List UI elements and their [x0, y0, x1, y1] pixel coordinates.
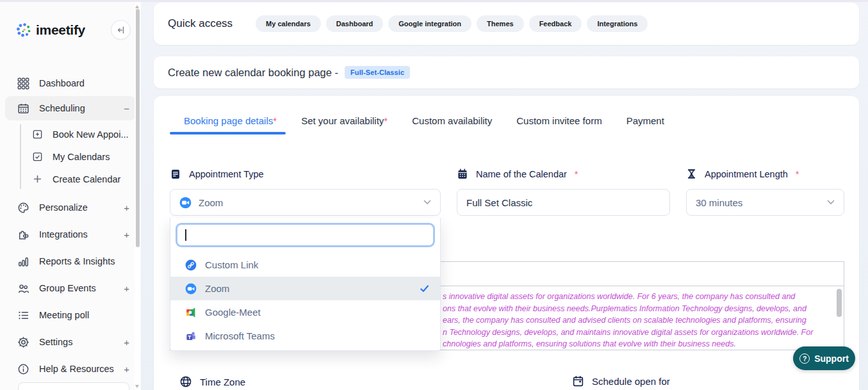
- dropdown-search-input[interactable]: [184, 230, 421, 240]
- sidebar-item-label: My Calendars: [53, 152, 110, 162]
- dropdown-option-microsoft-teams[interactable]: Microsoft Teams: [170, 324, 440, 348]
- sidebar-item-create-calendar[interactable]: Create Calendar: [20, 168, 141, 190]
- quick-chip-feedback[interactable]: Feedback: [529, 15, 582, 32]
- scroll-up-icon[interactable]: [135, 5, 139, 8]
- description-text: s innovative digital assets for organiza…: [443, 291, 813, 350]
- sidebar-bottom-panel: [18, 382, 129, 390]
- dropdown-search-box: [176, 223, 435, 247]
- sidebar-item-label: Create Calendar: [53, 174, 120, 184]
- appointment-type-value: Zoom: [199, 197, 223, 208]
- quick-chip-my-calendars[interactable]: My calendars: [256, 15, 321, 32]
- tab-set-your-availability[interactable]: Set your availability*: [301, 111, 388, 131]
- calendar-icon: [17, 102, 29, 115]
- expand-plus-icon[interactable]: +: [124, 229, 129, 240]
- sidebar-scrollbar[interactable]: [135, 3, 140, 390]
- dropdown-option-zoom[interactable]: Zoom: [170, 277, 440, 300]
- sidebar-collapse-button[interactable]: [111, 20, 131, 40]
- expand-plus-icon[interactable]: +: [124, 283, 129, 294]
- zoom-icon: [185, 283, 197, 295]
- grid-icon: [17, 77, 29, 90]
- logo[interactable]: imeetify: [15, 22, 85, 38]
- document-icon: [170, 168, 181, 180]
- sidebar-item-settings[interactable]: Settings +: [0, 329, 141, 355]
- custom-link-icon: [185, 259, 197, 271]
- page-title: Create new calendar booking page -: [168, 67, 338, 79]
- tab-custom-invitee-form[interactable]: Custom invitee form: [516, 111, 602, 131]
- zoom-icon: [179, 197, 192, 209]
- required-asterisk: *: [796, 169, 799, 179]
- appointment-type-select[interactable]: Zoom: [170, 189, 441, 216]
- sidebar-item-label: Book New Appoi...: [53, 129, 129, 140]
- expand-plus-icon[interactable]: +: [124, 202, 129, 213]
- schedule-calendar-icon: [572, 375, 584, 387]
- puzzle-icon: [17, 229, 29, 241]
- appointment-length-select[interactable]: 30 minutes: [686, 189, 844, 216]
- time-zone-label: Time Zone: [179, 375, 245, 388]
- tab-bar: Booking page details* Set your availabil…: [184, 111, 664, 131]
- collapse-arrow-icon: [116, 25, 126, 35]
- calendar-name-input[interactable]: [466, 197, 660, 208]
- support-button[interactable]: ? Support: [793, 346, 855, 370]
- question-icon: ?: [799, 353, 810, 364]
- sidebar-item-integrations[interactable]: Integrations +: [0, 221, 141, 248]
- bar-chart-icon: [17, 256, 29, 268]
- tab-booking-page-details[interactable]: Booking page details*: [184, 111, 277, 131]
- google-meet-icon: [185, 307, 197, 318]
- plus-icon: [31, 175, 44, 183]
- sidebar-item-meeting-poll[interactable]: Meeting poll: [0, 302, 141, 329]
- list-icon: [17, 309, 29, 321]
- quick-chip-integrations[interactable]: Integrations: [587, 15, 648, 32]
- sidebar-item-dashboard[interactable]: Dashboard: [0, 70, 141, 96]
- chevron-down-icon: [423, 200, 431, 205]
- hourglass-icon: [686, 168, 697, 179]
- sidebar-item-label: Settings: [39, 337, 72, 347]
- app-window: imeetify Dashboard: [0, 0, 868, 390]
- sidebar-item-group-events[interactable]: Group Events +: [0, 275, 141, 302]
- quick-chip-dashboard[interactable]: Dashboard: [326, 15, 383, 32]
- sidebar: imeetify Dashboard: [0, 2, 141, 390]
- sidebar-scrollbar-thumb[interactable]: [136, 9, 140, 247]
- sidebar-item-book-new-appointment[interactable]: Book New Appoi...: [20, 123, 141, 145]
- sidebar-item-label: Dashboard: [39, 78, 85, 88]
- sidebar-item-label: Meeting poll: [39, 310, 89, 320]
- sidebar-item-scheduling[interactable]: Scheduling −: [5, 96, 136, 120]
- active-tab-underline: [170, 132, 286, 134]
- template-badge: Full-Set-Classic: [345, 66, 410, 79]
- support-label: Support: [814, 353, 849, 364]
- sidebar-item-label: Integrations: [39, 229, 88, 240]
- description-scrollbar-thumb[interactable]: [837, 289, 842, 317]
- appointment-length-label: Appointment Length *: [686, 168, 799, 179]
- page-header-card: Create new calendar booking page - Full-…: [154, 56, 859, 88]
- sidebar-item-label: Personalize: [39, 202, 88, 213]
- sidebar-item-help-resources[interactable]: Help & Resources +: [0, 355, 141, 382]
- calendar-name-label: Name of the Calendar *: [457, 168, 578, 180]
- check-icon: [419, 283, 430, 294]
- required-asterisk: *: [384, 115, 388, 126]
- collapse-minus-icon[interactable]: −: [124, 103, 129, 114]
- appointment-type-label: Appointment Type: [170, 168, 264, 180]
- calendar-check-icon: [31, 151, 44, 162]
- sidebar-nav: Dashboard Scheduling −: [0, 70, 141, 382]
- quick-chip-google-integration[interactable]: Google integration: [388, 15, 471, 32]
- palette-icon: [17, 202, 29, 214]
- globe-icon: [179, 375, 192, 388]
- scroll-down-icon[interactable]: [135, 385, 139, 388]
- required-asterisk: *: [575, 169, 578, 179]
- dropdown-option-google-meet[interactable]: Google-Meet: [170, 300, 440, 324]
- sidebar-item-personalize[interactable]: Personalize +: [0, 194, 141, 221]
- quick-chip-themes[interactable]: Themes: [477, 15, 524, 32]
- microsoft-teams-icon: [185, 330, 197, 342]
- tab-custom-availability[interactable]: Custom availability: [412, 111, 492, 131]
- booking-form-card: Booking page details* Set your availabil…: [154, 96, 859, 390]
- sidebar-item-my-calendars[interactable]: My Calendars: [20, 145, 141, 168]
- tab-payment[interactable]: Payment: [626, 111, 664, 131]
- text-cursor: [185, 229, 186, 241]
- scheduling-submenu: Book New Appoi... My Calendars: [20, 123, 141, 190]
- schedule-open-for-label: Schedule open for: [572, 375, 670, 387]
- sidebar-item-reports-insights[interactable]: Reports & Insights: [0, 248, 141, 275]
- expand-plus-icon[interactable]: +: [124, 337, 129, 348]
- expand-plus-icon[interactable]: +: [124, 364, 129, 375]
- top-edge-strip: [0, 0, 868, 2]
- dropdown-option-custom-link[interactable]: Custom Link: [170, 253, 440, 277]
- appointment-type-dropdown: Custom Link Zoom: [170, 218, 441, 351]
